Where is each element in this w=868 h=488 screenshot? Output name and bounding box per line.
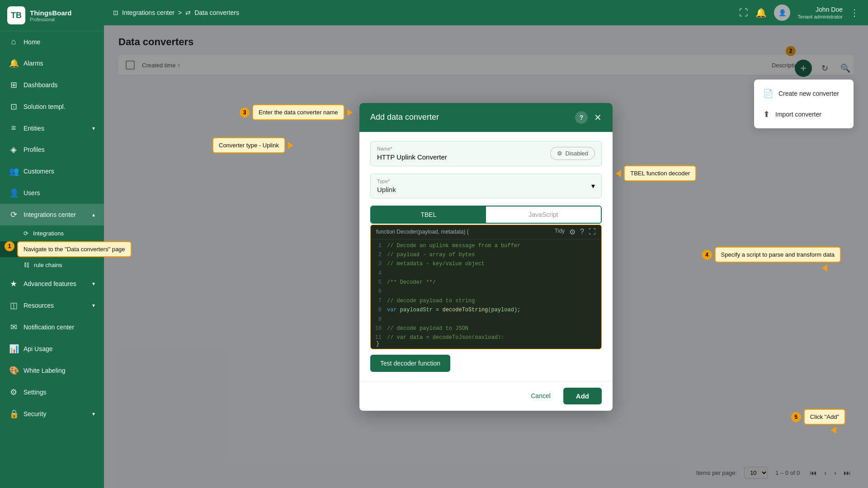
sidebar-item-integrations-center[interactable]: ⟳ Integrations center ▴	[0, 204, 104, 225]
type-field[interactable]: Type* Uplink ▾	[370, 174, 602, 198]
sidebar-item-label: Entities	[24, 125, 44, 132]
breadcrumb-parent[interactable]: Integrations center	[122, 9, 175, 16]
converter-type-callout: Converter type - Uplink	[212, 137, 285, 153]
codec-tabs: TBEL JavaScript	[370, 206, 602, 224]
disabled-toggle[interactable]: ⚙ Disabled	[550, 147, 595, 160]
users-icon: 👤	[9, 188, 18, 198]
template-icon: ⊡	[9, 102, 18, 112]
sidebar-item-label: Home	[24, 38, 40, 46]
chevron-down-icon: ▾	[92, 125, 95, 131]
api-icon: 📊	[9, 344, 18, 354]
name-field-row: Name* ⚙ Disabled	[370, 141, 602, 166]
entities-icon: ≡	[9, 123, 18, 133]
modal-header-icons: ? ✕	[575, 111, 602, 124]
expand-icon[interactable]: ⛶	[739, 8, 748, 18]
sidebar-item-customers[interactable]: 👥 Customers	[0, 160, 104, 182]
sidebar-item-resources[interactable]: ◫ Resources ▾	[0, 295, 104, 316]
step4-badge: 4	[702, 250, 712, 260]
sidebar-item-settings[interactable]: ⚙ Settings	[0, 381, 104, 403]
dropdown-menu: 📄 Create new converter ⬆ Import converte…	[754, 80, 854, 128]
logo: TB ThingsBoard Professional	[0, 0, 104, 31]
modal-help-icon[interactable]: ?	[575, 111, 588, 124]
sidebar-item-notification-center[interactable]: ✉ Notification center	[0, 316, 104, 338]
import-converter-item[interactable]: ⬆ Import converter	[754, 104, 854, 125]
create-converter-icon: 📄	[763, 89, 773, 99]
bell-icon: 🔔	[9, 58, 18, 68]
sidebar-item-users[interactable]: 👤 Users	[0, 182, 104, 204]
sidebar-item-label: Dashboards	[24, 81, 58, 89]
sidebar-item-home[interactable]: ⌂ Home	[0, 31, 104, 52]
sidebar-item-label: Customers	[24, 168, 54, 175]
sidebar-item-api-usage[interactable]: 📊 Api Usage	[0, 338, 104, 360]
step5-badge: 5	[791, 412, 801, 422]
tab-tbel[interactable]: TBEL	[371, 206, 486, 223]
user-role: Tenant administrator	[797, 14, 843, 20]
sidebar-item-profiles[interactable]: ◈ Profiles	[0, 139, 104, 160]
sidebar-item-label: Alarms	[24, 60, 43, 67]
sidebar-item-label: Api Usage	[24, 345, 53, 352]
help-icon[interactable]: ?	[580, 228, 584, 236]
resources-icon: ◫	[9, 300, 18, 310]
sidebar-sub-label: rule chains	[34, 262, 62, 268]
sidebar-item-alarms[interactable]: 🔔 Alarms	[0, 52, 104, 74]
sub-integrations-icon: ⟳	[24, 230, 28, 237]
create-converter-label: Create new converter	[778, 90, 839, 97]
modal-body: Name* ⚙ Disabled Type* Uplink	[359, 132, 613, 381]
chevron-up-icon: ▴	[92, 211, 95, 218]
notification-bell-icon[interactable]: 🔔	[755, 7, 767, 18]
sidebar-item-solution-templates[interactable]: ⊡ Solution templ.	[0, 96, 104, 117]
function-signature: function Decoder(payload, metadata) {	[376, 229, 469, 235]
more-menu-icon[interactable]: ⋮	[850, 7, 859, 18]
code-line: 1// Decode an uplink message from a buff…	[371, 241, 601, 250]
modal-close-icon[interactable]: ✕	[594, 112, 602, 123]
sidebar-item-security[interactable]: 🔒 Security ▾	[0, 403, 104, 425]
sidebar: TB ThingsBoard Professional ⌂ Home 🔔 Ala…	[0, 0, 104, 488]
sidebar-sub-integrations[interactable]: ⟳ Integrations	[0, 225, 104, 241]
sidebar-sub-rule-chains[interactable]: ⛓ rule chains	[0, 257, 104, 273]
sidebar-item-label: Integrations center	[24, 211, 76, 218]
code-line: 3// metadata - key/value object	[371, 259, 601, 268]
tbel-callout: TBEL function decoder	[624, 165, 696, 181]
cancel-button[interactable]: Cancel	[524, 389, 558, 403]
code-line: 4	[371, 269, 601, 278]
add-button[interactable]: Add	[563, 388, 602, 404]
sidebar-item-label: Users	[24, 189, 40, 197]
format-icon[interactable]: ⚙	[569, 228, 576, 236]
fullscreen-icon[interactable]: ⛶	[589, 228, 596, 236]
tab-javascript[interactable]: JavaScript	[486, 206, 601, 223]
sidebar-item-label: Settings	[24, 389, 47, 396]
gear-icon: ⚙	[557, 150, 562, 157]
code-line: 2// payload - array of bytes	[371, 250, 601, 259]
create-new-converter-item[interactable]: 📄 Create new converter	[754, 83, 854, 104]
sidebar-item-entities[interactable]: ≡ Entities ▾	[0, 117, 104, 139]
sidebar-item-white-labeling[interactable]: 🎨 White Labeling	[0, 360, 104, 381]
sidebar-item-label: White Labeling	[24, 367, 66, 374]
sidebar-sub-label: Integrations	[33, 230, 64, 237]
code-line: 11// var data = decodeToJson(payload);	[371, 333, 601, 338]
code-line: 6	[371, 287, 601, 296]
dashboard-icon: ⊞	[9, 80, 18, 90]
test-decoder-button[interactable]: Test decoder function	[370, 355, 450, 372]
notification-icon: ✉	[9, 322, 18, 332]
sidebar-item-label: Notification center	[24, 324, 74, 331]
logo-title: ThingsBoard	[30, 9, 72, 17]
modal-title: Add data converter	[370, 113, 439, 122]
profiles-icon: ◈	[9, 145, 18, 155]
sidebar-item-label: Profiles	[24, 146, 45, 153]
sidebar-item-label: Resources	[24, 302, 54, 309]
code-closing: }	[371, 339, 601, 349]
chevron-down-icon: ▾	[92, 302, 95, 309]
sidebar-item-label: Security	[24, 410, 47, 418]
import-converter-icon: ⬆	[763, 109, 770, 119]
code-editor-toolbar: Tidy ⚙ ? ⛶	[555, 228, 596, 236]
name-input[interactable]	[377, 153, 545, 161]
step3-badge: 3	[240, 108, 250, 117]
settings-icon: ⚙	[9, 387, 18, 397]
breadcrumb: ⊡ Integrations center > ⇄ Data converter…	[113, 9, 239, 16]
user-info: John Doe Tenant administrator	[797, 5, 843, 20]
sidebar-item-dashboards[interactable]: ⊞ Dashboards	[0, 74, 104, 96]
chevron-down-icon: ▾	[92, 281, 95, 287]
tidy-label[interactable]: Tidy	[555, 228, 565, 236]
sidebar-item-advanced-features[interactable]: ★ Advanced features ▾	[0, 273, 104, 295]
code-lines: 1// Decode an uplink message from a buff…	[371, 239, 601, 339]
